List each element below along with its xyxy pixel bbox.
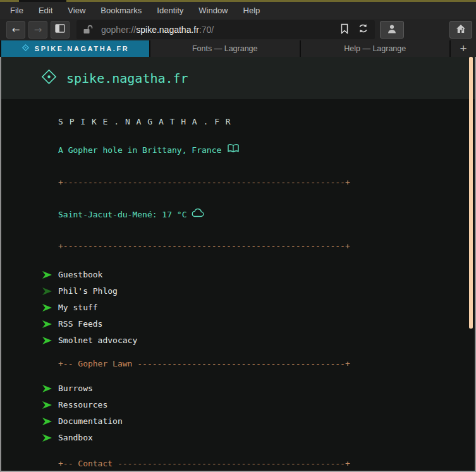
link-guestbook[interactable]: Guestbook: [1, 267, 475, 283]
gopher-link-arrow-icon: [42, 384, 52, 393]
gopher-link-arrow-icon: [42, 320, 52, 329]
divider-line: +---------------------------------------…: [1, 240, 475, 253]
site-title: spike.nagatha.fr: [66, 71, 188, 86]
gopher-link-arrow-icon: [42, 433, 52, 442]
scrollbar-thumb[interactable]: [469, 57, 473, 329]
home-button[interactable]: [449, 21, 472, 39]
section-divider-contact: +-- Contact ----------------------------…: [1, 457, 475, 470]
site-banner: spike.nagatha.fr: [1, 57, 475, 99]
link-label: Documentation: [58, 415, 123, 428]
gopher-link-arrow-icon: [42, 401, 52, 409]
menu-edit[interactable]: Edit: [39, 6, 52, 15]
link-documentation[interactable]: Documentation: [1, 413, 475, 430]
link-rss-feeds[interactable]: RSS Feeds: [1, 316, 475, 332]
page-heading: S P I K E . N A G A T H A . F R: [1, 116, 475, 128]
menu-view[interactable]: View: [68, 6, 85, 15]
sidebar-icon: [55, 24, 65, 35]
tab-bar: SPIKE.NAGATHA.FR Fonts — Lagrange Help —…: [0, 40, 476, 57]
tagline-text: A Gopher hole in Brittany, France: [58, 144, 221, 157]
link-smolnet-advocacy[interactable]: Smolnet advocacy: [1, 332, 475, 349]
url-text: gopher://spike.nagatha.fr:70/: [101, 25, 214, 35]
diamond-icon: [40, 68, 58, 88]
link-label: Guestbook: [58, 269, 102, 281]
lagrange-browser-window: File Edit View Bookmarks Identity Window…: [0, 0, 476, 472]
desktop-edge: [0, 0, 476, 2]
link-label: Smolnet advocacy: [58, 334, 137, 347]
desktop-edge-segment: [19, 0, 66, 2]
menu-window[interactable]: Window: [198, 6, 228, 15]
book-icon: [227, 143, 240, 157]
tab-label: Help — Lagrange: [344, 44, 406, 53]
home-icon: [456, 24, 466, 36]
page-viewport: spike.nagatha.fr S P I K E . N A G A T H…: [0, 57, 476, 472]
gopher-link-arrow-icon: [42, 417, 52, 426]
identity-button[interactable]: [380, 21, 404, 39]
gopher-link-arrow-icon: [42, 270, 52, 279]
lock-open-icon[interactable]: [83, 25, 94, 35]
divider-line: +---------------------------------------…: [1, 176, 475, 189]
cloud-icon: [191, 208, 205, 221]
tab-label: Fonts — Lagrange: [192, 44, 258, 53]
link-ressources[interactable]: Ressources: [1, 397, 475, 413]
page-tagline: A Gopher hole in Brittany, France: [1, 143, 475, 157]
tab-fonts-lagrange[interactable]: Fonts — Lagrange: [150, 40, 300, 57]
link-label: Phil's Phlog: [58, 285, 118, 298]
sidebar-toggle-button[interactable]: [51, 21, 70, 39]
menu-bookmarks[interactable]: Bookmarks: [101, 6, 142, 15]
link-phils-phlog[interactable]: Phil's Phlog: [1, 283, 475, 300]
tab-help-lagrange[interactable]: Help — Lagrange: [301, 40, 450, 57]
weather-text: Saint-Jacut-du-Mené: 17 °C: [58, 209, 187, 221]
gopher-link-arrow-icon: [42, 303, 52, 312]
link-list-gopher-lawn: Burrows Ressources Documentation Sandbox: [1, 380, 475, 446]
menu-file[interactable]: File: [10, 6, 23, 15]
tab-spike-nagatha[interactable]: SPIKE.NAGATHA.FR: [1, 40, 149, 57]
back-button[interactable]: ←: [6, 21, 25, 39]
url-input[interactable]: gopher://spike.nagatha.fr:70/: [76, 20, 375, 39]
person-icon: [387, 24, 397, 36]
link-label: Burrows: [58, 382, 93, 395]
section-divider-gopher-lawn: +-- Gopher Lawn ------------------------…: [1, 358, 475, 370]
new-tab-button[interactable]: +: [451, 40, 476, 57]
menu-help[interactable]: Help: [243, 6, 260, 15]
link-label: RSS Feeds: [58, 318, 102, 330]
forward-button[interactable]: →: [28, 21, 47, 39]
gopher-page-content: S P I K E . N A G A T H A . F R A Gopher…: [1, 116, 475, 472]
link-label: Ressources: [58, 399, 107, 411]
navigation-bar: ← → gopher://spike.nagatha.fr:70/: [0, 19, 476, 40]
link-list-main: Guestbook Phil's Phlog My stuff RSS Feed…: [1, 267, 475, 349]
link-sandbox[interactable]: Sandbox: [1, 430, 475, 446]
weather-line: Saint-Jacut-du-Mené: 17 °C: [1, 208, 475, 221]
gopher-link-arrow-icon: [42, 336, 52, 345]
url-scheme: gopher://: [101, 25, 136, 35]
link-label: My stuff: [58, 301, 98, 314]
url-port-path: :70/: [199, 25, 214, 35]
diamond-icon: [21, 43, 30, 54]
gopher-link-arrow-icon: [42, 287, 52, 296]
menu-bar: File Edit View Bookmarks Identity Window…: [0, 2, 476, 19]
tab-label: SPIKE.NAGATHA.FR: [35, 45, 130, 52]
url-host: spike.nagatha.fr: [136, 25, 199, 35]
link-my-stuff[interactable]: My stuff: [1, 300, 475, 316]
url-field-actions: [340, 23, 369, 37]
menu-identity[interactable]: Identity: [157, 6, 183, 15]
reload-icon[interactable]: [358, 23, 369, 36]
bookmark-icon[interactable]: [340, 23, 349, 37]
link-burrows[interactable]: Burrows: [1, 380, 475, 397]
link-label: Sandbox: [58, 432, 93, 444]
